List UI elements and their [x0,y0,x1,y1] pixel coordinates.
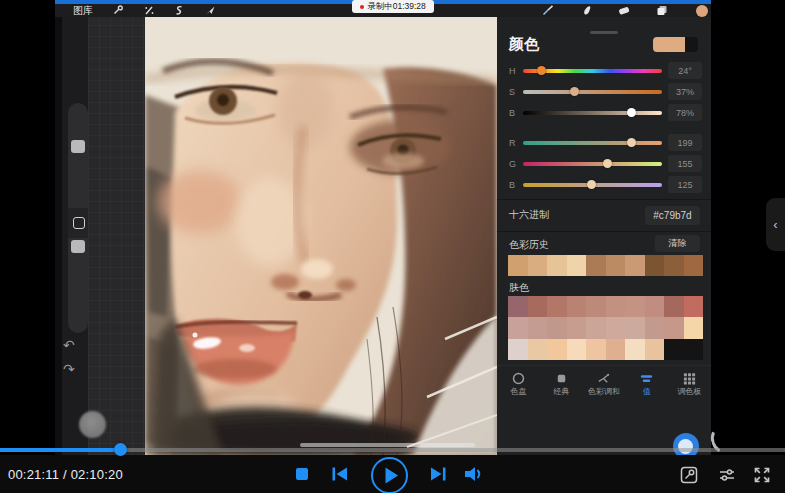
palette-swatch[interactable] [567,296,587,317]
slider-track[interactable] [523,141,662,145]
previous-button[interactable] [331,466,348,482]
palette-swatch[interactable] [645,339,665,360]
palette-swatch[interactable] [508,339,528,360]
gallery-button[interactable]: 图库 [73,5,93,16]
tab-palettes[interactable]: 调色板 [668,366,711,410]
slider-handle[interactable] [627,138,636,147]
slider-track[interactable] [523,111,662,115]
layers-icon[interactable] [656,5,668,16]
palette-swatch[interactable] [567,317,587,338]
tab-harmony[interactable]: 色彩调和 [583,366,626,410]
history-swatch[interactable] [645,255,665,276]
history-swatch[interactable] [664,255,684,276]
slider-handle[interactable] [537,66,546,75]
rgb-slider-r[interactable]: R199 [497,134,711,152]
hex-input[interactable]: #c79b7d [645,206,700,225]
history-swatch[interactable] [684,255,704,276]
tab-disc[interactable]: 色盘 [497,366,540,410]
palette-swatch[interactable] [645,317,665,338]
slider-value[interactable]: 125 [668,176,702,193]
slider-value[interactable]: 24° [668,62,702,79]
history-swatch[interactable] [528,255,548,276]
history-swatch[interactable] [625,255,645,276]
tab-value[interactable]: 值 [625,366,668,410]
opacity-slider[interactable] [71,240,85,253]
active-color-swatch[interactable] [696,5,708,17]
slider-track[interactable] [523,69,662,73]
slider-track[interactable] [523,162,662,166]
side-drawer-handle[interactable]: ‹ [766,198,785,251]
palette-swatch[interactable] [684,317,704,338]
play-button[interactable] [371,457,408,493]
transform-icon[interactable] [204,5,216,16]
history-swatch[interactable] [586,255,606,276]
palette-swatch[interactable] [586,339,606,360]
brush-icon[interactable] [542,5,554,16]
palette-swatch[interactable] [684,296,704,317]
drawing-canvas[interactable] [88,17,497,455]
palette-swatch[interactable] [606,296,626,317]
slider-track[interactable] [523,183,662,187]
selection-icon[interactable] [173,5,185,16]
fullscreen-icon[interactable] [753,466,771,484]
undo-icon[interactable]: ↶ [63,338,75,352]
palette-swatch[interactable] [586,296,606,317]
palette-swatch[interactable] [547,317,567,338]
brush-size-slider[interactable] [71,140,85,153]
palette-swatch[interactable] [625,317,645,338]
slider-value[interactable]: 78% [668,104,702,121]
palette-swatch[interactable] [664,296,684,317]
hsb-slider-b[interactable]: B78% [497,104,711,122]
slider-handle[interactable] [627,108,636,117]
video-content[interactable]: 录制中01:39:28 图库 [55,0,711,455]
slider-handle[interactable] [603,159,612,168]
history-swatch[interactable] [508,255,528,276]
panel-drag-handle[interactable] [590,31,618,34]
slider-value[interactable]: 199 [668,134,702,151]
rgb-slider-b[interactable]: B125 [497,176,711,194]
palette-swatch[interactable] [645,296,665,317]
slider-handle[interactable] [587,180,596,189]
palette-swatch[interactable] [625,296,645,317]
slider-track[interactable] [523,90,662,94]
palette-swatch[interactable] [508,317,528,338]
volume-icon[interactable] [463,466,483,482]
history-swatch[interactable] [567,255,587,276]
palette-swatch[interactable] [547,339,567,360]
palette-swatch[interactable] [528,296,548,317]
palette-swatch[interactable] [606,317,626,338]
next-button[interactable] [430,466,447,482]
history-swatch[interactable] [547,255,567,276]
eraser-icon[interactable] [618,5,630,16]
tab-classic[interactable]: 经典 [540,366,583,410]
capture-settings-icon[interactable] [680,466,698,484]
adjustments-icon[interactable] [143,5,155,16]
palette-swatch[interactable] [528,317,548,338]
palette-swatch[interactable] [664,317,684,338]
hsb-slider-h[interactable]: H24° [497,62,711,80]
hsb-slider-s[interactable]: S37% [497,83,711,101]
current-color-pair[interactable] [653,37,698,52]
history-swatch[interactable] [606,255,626,276]
slider-handle[interactable] [570,87,579,96]
palette-swatch[interactable] [528,339,548,360]
seek-handle[interactable] [114,443,127,456]
rgb-slider-g[interactable]: G155 [497,155,711,173]
clear-history-button[interactable]: 清除 [655,235,700,252]
palette-swatch[interactable] [508,296,528,317]
smudge-icon[interactable] [581,5,593,16]
slider-value[interactable]: 37% [668,83,702,100]
redo-icon[interactable]: ↷ [63,362,75,376]
palette-swatch[interactable] [547,296,567,317]
seek-bar[interactable] [0,444,785,457]
slider-value[interactable]: 155 [668,155,702,172]
palette-swatch[interactable] [625,339,645,360]
wrench-icon[interactable] [112,5,124,16]
palette-swatch[interactable] [586,317,606,338]
modify-button[interactable] [68,208,88,238]
palette-swatch[interactable] [567,339,587,360]
playback-sliders-icon[interactable] [718,466,736,484]
tab-label: 经典 [553,388,569,396]
stop-button[interactable] [296,468,308,480]
palette-swatch[interactable] [606,339,626,360]
